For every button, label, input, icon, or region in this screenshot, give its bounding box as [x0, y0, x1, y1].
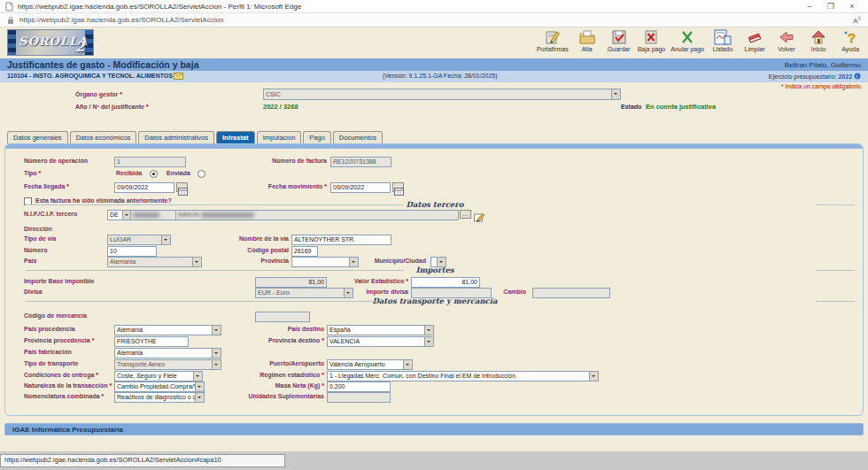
nombre-via-input[interactable]: ALTENOYTHER STR.: [291, 235, 391, 245]
tipo-transporte-value: Transporte Aereo: [117, 361, 165, 367]
baja-pago-button[interactable]: Baja pago: [635, 28, 669, 52]
chevron-down-icon: [611, 89, 620, 99]
organo-gestor-select[interactable]: CSIC: [263, 89, 621, 100]
portafirmas-button[interactable]: Portafirmas: [534, 28, 571, 52]
numero-input[interactable]: 10: [107, 246, 157, 257]
numero-factura-input[interactable]: RE1220731388: [330, 157, 391, 167]
regimen-estadistico-label: Régimen estadístico *: [218, 371, 324, 380]
fecha-llegada-calendar-icon[interactable]: [176, 182, 188, 192]
tab-datos-generales[interactable]: Datos generales: [7, 131, 68, 143]
mail-icon[interactable]: [174, 73, 183, 81]
tipo-transporte-select[interactable]: Transporte Aereo: [114, 359, 221, 370]
cambio-input[interactable]: [532, 288, 610, 298]
tipo-via-select[interactable]: LUGAR: [107, 235, 171, 245]
tab-datos-administrativos[interactable]: Datos administrativos: [138, 131, 214, 143]
nomenclatura-combinada-select[interactable]: Reactivos de diagnóstico o c: [114, 392, 205, 403]
ejercicio-value[interactable]: 2022: [838, 73, 852, 80]
ayuda-button[interactable]: ? Ayuda: [834, 28, 866, 52]
provincia-procedencia-input[interactable]: FRIESOYTHE: [114, 336, 189, 347]
nomenclatura-combinada-value: Reactivos de diagnóstico o c: [117, 394, 196, 400]
nif-country-value: DE: [110, 212, 119, 218]
condiciones-entrega-select[interactable]: Coste, Seguro y Flete: [114, 371, 203, 381]
provincia-label: Provincia: [182, 257, 289, 266]
sorolla-logo[interactable]: SOROLLA 2: [7, 29, 94, 56]
ejercicio-info-icon[interactable]: i: [854, 73, 861, 80]
puerto-aeropuerto-value: Valencia Aeropuerto: [329, 361, 385, 367]
tab-datos-economicos[interactable]: Datos económicos: [70, 131, 137, 143]
justificante-label: Año / Nº del justificante *: [75, 103, 149, 112]
minimize-button[interactable]: –: [799, 2, 820, 11]
general-area: * indica un campo obligatorio Órgano ges…: [0, 82, 868, 131]
chevron-down-icon: [212, 349, 221, 358]
nif-name-input[interactable]: IMMUN: [175, 210, 459, 220]
url-text[interactable]: https://webpub2.igae.hacienda.gob.es/SOR…: [19, 16, 853, 24]
codigo-mercancia-input[interactable]: [255, 312, 310, 322]
form-row: Código de mercancía: [5, 312, 863, 322]
codigo-postal-input[interactable]: 26169: [291, 246, 318, 257]
volver-button[interactable]: Volver: [771, 28, 802, 52]
form-row: Tipo de vía LUGAR Nombre de la vía ALTEN…: [5, 235, 863, 245]
provincia-destino-value: VALENCIA: [329, 338, 360, 344]
section-title-tercero: Datos tercero: [407, 200, 464, 209]
puerto-aeropuerto-select[interactable]: Valencia Aeropuerto: [327, 359, 413, 370]
nif-edit-icon[interactable]: [474, 210, 485, 226]
alta-button[interactable]: Alta: [571, 28, 603, 52]
unidades-suplementarias-label: Unidades Suplementarias: [218, 392, 324, 401]
naturaleza-transaccion-select[interactable]: Cambio Propiedad,Compra/V: [114, 381, 205, 392]
anular-pago-button[interactable]: Anular pago: [668, 28, 707, 52]
estado-value: En cuenta justificativa: [646, 103, 716, 111]
pais-destino-select[interactable]: España: [327, 325, 434, 335]
fecha-movimiento-input[interactable]: 09/09/2022: [330, 182, 391, 193]
app-header: SOROLLA 2 Portafirmas Alta Guardar Baja …: [0, 27, 868, 58]
close-button[interactable]: ×: [841, 2, 863, 11]
recibida-radio[interactable]: [150, 170, 158, 178]
url-bar[interactable]: https://webpub2.igae.hacienda.gob.es/SOR…: [0, 13, 868, 27]
inicio-button[interactable]: Inicio: [802, 28, 834, 52]
toolbar-label: Ayuda: [841, 46, 859, 52]
fecha-llegada-input[interactable]: 09/09/2022: [114, 182, 174, 193]
nif-id-input[interactable]: [130, 210, 178, 220]
nif-label: N.I.F./C.I.F. tercero: [24, 210, 77, 219]
toolbar-label: Guardar: [608, 46, 631, 52]
chevron-down-icon: [403, 360, 412, 369]
form-row: Fecha llegada * 09/09/2022 Fecha movimie…: [5, 182, 863, 193]
read-aloud-icon[interactable]: A)): [853, 15, 861, 25]
tab-intrastat[interactable]: Intrastat: [216, 131, 255, 143]
provincia-procedencia-label: Provincia procedencia *: [24, 336, 94, 345]
ayuda-question-icon: ?: [841, 28, 859, 46]
pais-fabricacion-select[interactable]: Alemania: [114, 348, 221, 358]
window-title: https://webpub2.igae.hacienda.gob.es/SOR…: [18, 3, 799, 11]
codigo-mercancia-label: Código de mercancía: [24, 312, 87, 320]
toolbar-label: Baja pago: [638, 46, 666, 52]
valor-estadistico-input[interactable]: 81,00: [411, 277, 480, 288]
listado-button[interactable]: Listado: [707, 28, 739, 52]
importe-divisa-label: Importe divisa: [298, 288, 408, 297]
naturaleza-transaccion-value: Cambio Propiedad,Compra/V: [117, 383, 198, 389]
regimen-estadistico-select[interactable]: 1 - Llegadas Merc. Comun. con Destino Fi…: [327, 371, 599, 381]
nif-search-button[interactable]: ...: [460, 210, 471, 219]
nif-country-select[interactable]: DE: [107, 210, 132, 220]
limpiar-eraser-icon: [746, 28, 763, 46]
unidades-suplementarias-input[interactable]: [327, 392, 391, 403]
limpiar-button[interactable]: Limpiar: [739, 28, 771, 52]
restore-button[interactable]: ❐: [820, 2, 841, 11]
tab-documentos[interactable]: Documentos: [333, 131, 383, 143]
tab-pago[interactable]: Pago: [303, 131, 331, 143]
toolbar-label: Alta: [582, 46, 593, 52]
codigo-postal-label: Código postal: [182, 246, 289, 255]
fecha-movimiento-calendar-icon[interactable]: [392, 182, 404, 192]
volver-arrow-icon: [778, 28, 795, 46]
masa-neta-input[interactable]: 0,200: [327, 381, 391, 392]
guardar-button[interactable]: Guardar: [603, 28, 635, 52]
ejercicio-presupuestario: Ejercicio presupuestario: 2022 i: [769, 73, 861, 80]
enviada-radio[interactable]: [198, 170, 205, 178]
numero-operacion-input[interactable]: 1: [114, 157, 186, 167]
pais-procedencia-select[interactable]: Alemania: [114, 325, 221, 335]
provincia-destino-select[interactable]: VALENCIA: [327, 336, 434, 347]
tab-imputacion[interactable]: Imputación: [257, 131, 302, 143]
form-row: Tipo * Recibida Enviada: [5, 169, 863, 180]
user-name: Beltran Pilato, Guillermo: [785, 61, 861, 69]
form-row: Nomenclatura combinada * Reactivos de di…: [5, 392, 863, 403]
numero-operacion-label: Número de operación: [24, 157, 88, 166]
provincia-select[interactable]: [291, 257, 359, 267]
